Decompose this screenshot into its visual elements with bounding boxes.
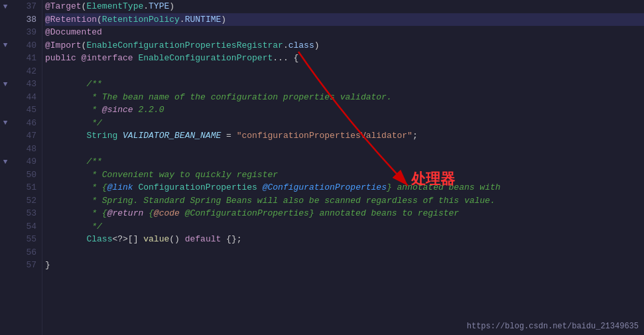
token: @Documented [45,26,102,39]
token: value [143,233,169,246]
token [45,117,92,130]
code-line [45,143,644,156]
token: @link [107,181,133,194]
fold-marker: ▼ [0,155,11,168]
token [45,103,92,117]
code-line [45,65,644,78]
token: class [289,39,314,52]
code-line: @Documented [45,26,644,39]
token: . [143,0,149,13]
token: { [143,207,154,220]
fold-marker [0,246,11,259]
token: * [92,103,102,117]
line-number: 39 [26,26,36,39]
code-line: } [45,259,644,272]
code-line: */ [45,220,644,234]
fold-marker: ▼ [0,117,11,130]
fold-marker [0,143,11,156]
line-number: 57 [26,259,36,272]
line-number: 45 [26,103,36,117]
token: /** [86,78,101,91]
url-watermark: https://blog.csdn.net/baidu_21349635 [467,322,639,331]
line-number: 51 [26,181,36,194]
token: ; [413,129,418,143]
token: ... { [273,52,298,65]
fold-marker [0,259,11,272]
fold-marker [0,181,11,194]
token: @Target [45,0,82,13]
code-line: */ [45,117,644,130]
fold-marker [0,26,11,39]
token [45,129,86,143]
fold-marker: ▼ [0,39,11,52]
token [45,78,86,91]
code-line: @Import(EnableConfigurationPropertiesReg… [45,39,644,52]
token: RUNTIME [185,13,222,27]
token: String [86,129,123,143]
token [257,181,263,194]
code-content: @Target(ElementType.TYPE)@Retention(Rete… [42,0,644,335]
token: @interface [82,52,139,65]
line-number: 48 [26,143,36,156]
line-number: 46 [26,117,36,130]
fold-marker [0,220,11,234]
token: ) [314,39,320,52]
fold-marker [0,103,11,117]
token: */ [92,117,102,130]
line-number: 43 [26,78,36,91]
token: "configurationPropertiesValidator" [237,129,413,143]
token: EnableConfigurationPropertiesRegistrar [86,39,283,52]
chinese-label: 处理器 [411,169,455,189]
line-number: 50 [26,168,36,182]
token: * The bean name of the configuration pro… [92,91,340,104]
token: VALIDATOR_BEAN_NAME [123,129,221,143]
token: = [221,129,236,143]
code-line: public @interface EnableConfigurationPro… [45,52,644,65]
token: @Import [45,39,82,52]
token: @since [102,103,133,117]
line-number: 55 [26,233,36,246]
token: @ConfigurationProperties} annotated bean… [180,207,459,220]
code-line: Class<?>[] value() default {}; [45,233,644,246]
token: <?> [112,233,127,246]
token: EnableConfigurationPropert [138,52,273,65]
line-number: 40 [26,39,36,52]
code-line: * Convenient way to quickly register [45,168,644,182]
token: */ [92,220,102,234]
fold-marker [0,65,11,78]
code-line: * @since 2.2.0 [45,103,644,117]
token: {}; [221,233,241,246]
token: public [45,52,82,65]
token: @Retention [45,13,97,27]
code-editor: ▼▼▼▼▼ 3738394041424344454647484950515253… [0,0,644,335]
fold-marker [0,52,11,65]
token: 2.2.0 [133,103,164,117]
token: Class [86,233,112,246]
fold-marker: ▼ [0,78,11,91]
line-number: 53 [26,207,36,220]
fold-marker [0,91,11,104]
line-number: 37 [26,0,36,13]
token: ElementType [86,0,143,13]
fold-marker: ▼ [0,0,11,13]
code-line: * Spring. Standard Spring Beans will als… [45,194,644,208]
line-number: 56 [26,246,36,259]
token: @ConfigurationProperties [263,181,387,194]
token: . [180,13,185,27]
token [45,220,92,234]
token: TYPE [149,0,169,13]
token: validator. [340,91,392,104]
token: /** [86,155,101,168]
line-number: 42 [26,65,36,78]
line-number: 52 [26,194,36,208]
fold-marker [0,207,11,220]
line-number: 54 [26,220,36,234]
line-number: 47 [26,129,36,143]
code-line: * {@return {@code @ConfigurationProperti… [45,207,644,220]
token: } [45,259,50,272]
code-line: /** [45,78,644,91]
line-number: 44 [26,91,36,104]
code-line [45,246,644,259]
token: ( [97,13,102,27]
code-line: /** [45,155,644,168]
